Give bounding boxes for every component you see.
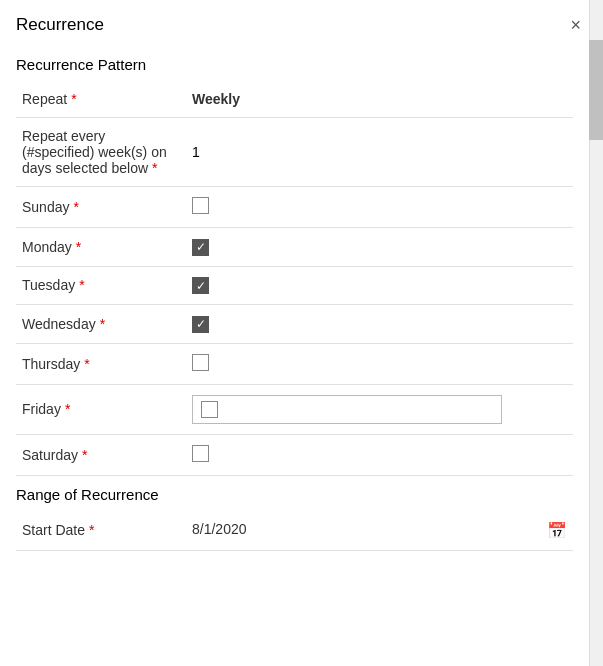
thursday-checkbox-cell (186, 343, 573, 384)
start-date-value: 8/1/2020 (192, 521, 247, 537)
start-date-row: Start Date* 8/1/2020 📅 (16, 511, 573, 551)
thursday-label: Thursday* (16, 343, 186, 384)
thursday-required: * (84, 356, 89, 372)
repeat-every-label: Repeat every (#specified) week(s) on day… (16, 118, 186, 187)
scrollbar[interactable] (589, 0, 603, 666)
recurrence-dialog: Recurrence × Recurrence Pattern Repeat* … (0, 0, 603, 666)
monday-required: * (76, 239, 81, 255)
thursday-checkbox[interactable] (192, 354, 209, 371)
friday-required: * (65, 401, 70, 417)
monday-checkbox[interactable] (192, 239, 209, 256)
sunday-checkbox-cell (186, 187, 573, 228)
thursday-row: Thursday* (16, 343, 573, 384)
wednesday-label: Wednesday* (16, 305, 186, 344)
friday-input-wrapper[interactable] (192, 395, 502, 424)
tuesday-label: Tuesday* (16, 266, 186, 305)
wednesday-checkbox[interactable] (192, 316, 209, 333)
repeat-row: Repeat* Weekly (16, 81, 573, 118)
sunday-checkbox[interactable] (192, 197, 209, 214)
monday-row: Monday* (16, 228, 573, 267)
wednesday-checkbox-cell (186, 305, 573, 344)
scrollbar-thumb[interactable] (589, 40, 603, 140)
monday-label: Monday* (16, 228, 186, 267)
saturday-row: Saturday* (16, 434, 573, 475)
tuesday-checkbox-cell (186, 266, 573, 305)
repeat-required: * (71, 91, 76, 107)
recurrence-pattern-section-title: Recurrence Pattern (16, 46, 573, 81)
calendar-icon[interactable]: 📅 (547, 521, 567, 540)
dialog-content: Recurrence Pattern Repeat* Weekly Repeat… (0, 46, 589, 567)
recurrence-pattern-table: Repeat* Weekly Repeat every (#specified)… (16, 81, 573, 476)
saturday-label: Saturday* (16, 434, 186, 475)
start-date-label: Start Date* (16, 511, 186, 551)
friday-checkbox[interactable] (201, 401, 218, 418)
dialog-title: Recurrence (16, 15, 104, 35)
close-button[interactable]: × (564, 14, 587, 36)
repeat-every-required: * (152, 160, 157, 176)
repeat-value: Weekly (186, 81, 573, 118)
saturday-checkbox[interactable] (192, 445, 209, 462)
saturday-required: * (82, 447, 87, 463)
range-of-recurrence-section-title: Range of Recurrence (16, 476, 573, 511)
start-date-required: * (89, 522, 94, 538)
tuesday-row: Tuesday* (16, 266, 573, 305)
sunday-row: Sunday* (16, 187, 573, 228)
friday-row: Friday* (16, 384, 573, 434)
sunday-label: Sunday* (16, 187, 186, 228)
start-date-value-cell: 8/1/2020 📅 (186, 511, 573, 551)
wednesday-required: * (100, 316, 105, 332)
dialog-header: Recurrence × (0, 0, 603, 46)
monday-checkbox-cell (186, 228, 573, 267)
wednesday-row: Wednesday* (16, 305, 573, 344)
repeat-every-input[interactable] (192, 144, 242, 160)
range-of-recurrence-table: Start Date* 8/1/2020 📅 (16, 511, 573, 551)
tuesday-required: * (79, 277, 84, 293)
repeat-every-value-cell (186, 118, 573, 187)
tuesday-checkbox[interactable] (192, 277, 209, 294)
friday-label: Friday* (16, 384, 186, 434)
friday-checkbox-cell (186, 384, 573, 434)
saturday-checkbox-cell (186, 434, 573, 475)
repeat-label: Repeat* (16, 81, 186, 118)
sunday-required: * (73, 199, 78, 215)
repeat-every-row: Repeat every (#specified) week(s) on day… (16, 118, 573, 187)
